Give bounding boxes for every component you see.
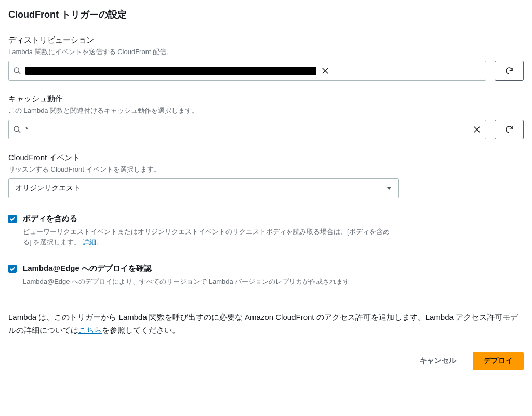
confirm-deploy-checkbox[interactable] (8, 265, 17, 273)
search-icon (13, 125, 21, 134)
deploy-button[interactable]: デプロイ (473, 352, 524, 370)
svg-marker-8 (387, 187, 391, 190)
cache-behavior-field: キャッシュ動作 この Lambda 関数と関連付けるキャッシュ動作を選択します。… (8, 94, 524, 139)
distribution-label: ディストリビューション (8, 35, 524, 45)
cancel-button[interactable]: キャンセル (409, 352, 467, 370)
page-title: CloudFront トリガーの設定 (8, 8, 524, 21)
include-body-block: ボディを含める ビューワーリクエストイベントまたはオリジンリクエストイベントのリ… (8, 212, 524, 247)
check-icon (9, 216, 16, 222)
check-icon (9, 266, 16, 272)
refresh-icon (504, 66, 514, 75)
permissions-link[interactable]: こちら (78, 326, 102, 334)
cache-behavior-label: キャッシュ動作 (8, 94, 524, 104)
close-icon (321, 66, 330, 75)
cloudfront-event-select[interactable]: オリジンリクエスト (8, 178, 399, 198)
clear-cache-behavior-button[interactable] (472, 125, 482, 134)
distribution-input[interactable] (8, 61, 486, 81)
include-body-checkbox[interactable] (8, 215, 17, 223)
distribution-field: ディストリビューション Lambda 関数にイベントを送信する CloudFro… (8, 35, 524, 81)
permissions-footnote: Lambda は、このトリガーから Lambda 関数を呼び出すのに必要な Am… (8, 310, 524, 337)
confirm-deploy-help: Lambda@Edge へのデプロイにより、すべてのリージョンで Lambda … (23, 277, 350, 287)
search-icon (13, 67, 21, 75)
action-bar: キャンセル デプロイ (8, 352, 524, 370)
refresh-distribution-button[interactable] (495, 61, 524, 81)
refresh-cache-behavior-button[interactable] (495, 120, 524, 139)
cloudfront-event-value: オリジンリクエスト (15, 184, 81, 193)
cloudfront-event-field: CloudFront イベント リッスンする CloudFront イベントを選… (8, 153, 524, 198)
refresh-icon (504, 125, 514, 134)
clear-distribution-button[interactable] (321, 66, 330, 75)
svg-line-1 (18, 72, 20, 74)
include-body-help: ビューワーリクエストイベントまたはオリジンリクエストイベントのリクエストボディを… (23, 227, 397, 247)
include-body-link[interactable]: 詳細 (83, 238, 96, 246)
close-icon (472, 125, 482, 134)
cache-behavior-input[interactable]: * (8, 120, 486, 139)
cache-behavior-help: この Lambda 関数と関連付けるキャッシュ動作を選択します。 (8, 106, 524, 115)
distribution-help: Lambda 関数にイベントを送信する CloudFront 配信。 (8, 47, 524, 57)
chevron-down-icon (386, 185, 392, 191)
confirm-deploy-label: Lambda@Edge へのデプロイを確認 (23, 264, 350, 274)
divider (8, 302, 524, 302)
include-body-label: ボディを含める (23, 214, 397, 224)
svg-point-4 (14, 126, 19, 131)
cache-behavior-value: * (25, 125, 468, 134)
cloudfront-event-help: リッスンする CloudFront イベントを選択します。 (8, 165, 524, 174)
svg-point-0 (14, 68, 19, 72)
cloudfront-event-label: CloudFront イベント (8, 153, 524, 163)
svg-line-5 (18, 131, 20, 133)
confirm-deploy-block: Lambda@Edge へのデプロイを確認 Lambda@Edge へのデプロイ… (8, 262, 524, 287)
distribution-value-redacted (25, 67, 316, 75)
